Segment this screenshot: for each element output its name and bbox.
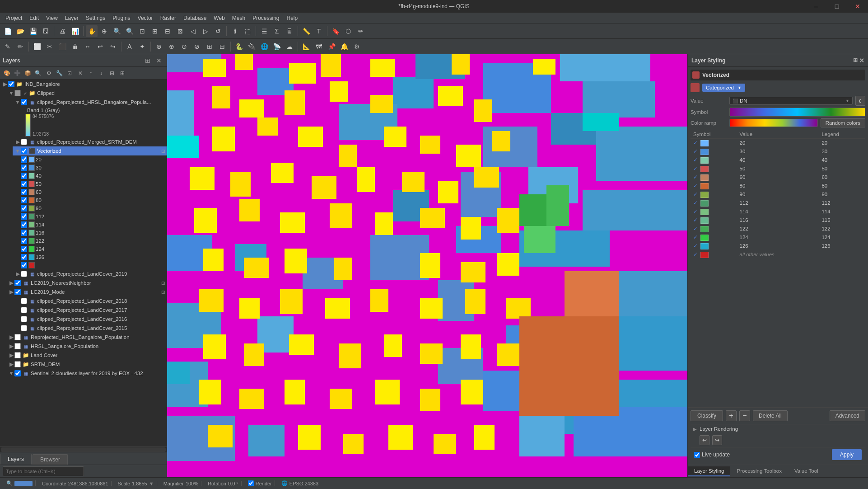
legend-table-row[interactable]: ✓ 30 30 — [691, 147, 865, 156]
collapse-all-button[interactable]: ⊟ — [107, 68, 117, 78]
qgis-btn3[interactable]: 📌 — [326, 41, 337, 52]
new-spatial-bookmark-button[interactable]: 🔖 — [330, 25, 341, 37]
menu-layer[interactable]: Layer — [61, 14, 82, 22]
rpanel-tab-value-tool[interactable]: Value Tool — [788, 466, 825, 476]
open-attribute-table-button[interactable]: ☰ — [258, 25, 270, 37]
layer-filter-button[interactable]: 🔧 — [54, 68, 64, 78]
menu-help[interactable]: Help — [283, 14, 302, 22]
add-vector-layer-button[interactable]: 📦 — [23, 68, 33, 78]
live-update-label[interactable]: Live update — [694, 451, 730, 458]
legend-table-row[interactable]: ✓ 112 112 — [691, 199, 865, 207]
plugin-btn4[interactable]: ☁ — [284, 41, 295, 52]
add-raster-layer-button[interactable]: ➕ — [12, 68, 22, 78]
digitize-btn5[interactable]: ↔ — [82, 41, 93, 52]
show-bookmarks-button[interactable]: ⬡ — [342, 25, 354, 37]
layer-hrsl-bng[interactable]: ▶ ▦ HRSL_Bangalore_Population — [6, 342, 167, 351]
apply-button[interactable]: Apply — [832, 449, 862, 460]
legend-table-row[interactable]: ✓ 90 90 — [691, 190, 865, 199]
legend-checkbox[interactable] — [21, 173, 27, 179]
legend-checkbox[interactable] — [21, 189, 27, 195]
menu-mesh[interactable]: Mesh — [229, 14, 249, 22]
advance-btn3[interactable]: ⊙ — [178, 41, 190, 52]
plugin-btn1[interactable]: 🔌 — [246, 41, 257, 52]
calculator-button[interactable]: 🖩 — [284, 25, 295, 37]
zoom-out-button[interactable]: 🔍 — [124, 25, 135, 37]
layer-vectorized[interactable]: ▼ ⬛ Vectorized ⊡ — [13, 146, 167, 155]
open-project-button[interactable]: 📂 — [14, 25, 26, 37]
legend-table-row[interactable]: ✓ all other values — [691, 250, 865, 259]
zoom-to-layer-button[interactable]: ⊡ — [65, 68, 75, 78]
legend-checkbox[interactable] — [21, 230, 27, 236]
move-layer-down-button[interactable]: ↓ — [96, 68, 106, 78]
menu-raster[interactable]: Raster — [157, 14, 180, 22]
layer-srtm-dem[interactable]: ▶ 📁 SRTM_DEM — [6, 360, 167, 369]
rpanel-tab-processing-toolbox[interactable]: Processing Toolbox — [730, 466, 788, 476]
zoom-in-button[interactable]: 🔍 — [111, 25, 123, 37]
legend-item-other[interactable] — [19, 261, 167, 269]
move-layer-up-button[interactable]: ↑ — [86, 68, 96, 78]
legend-item-20[interactable]: 20 — [19, 155, 167, 164]
legend-table-row[interactable]: ✓ 116 116 — [691, 216, 865, 225]
python-btn[interactable]: 🐍 — [233, 41, 245, 52]
layer-checkbox[interactable] — [21, 99, 27, 105]
menu-web[interactable]: Web — [210, 14, 228, 22]
legend-item-116[interactable]: 116 — [19, 229, 167, 237]
select-features-button[interactable]: ⬚ — [242, 25, 253, 37]
symbol-preview[interactable] — [729, 108, 865, 117]
menu-project[interactable]: Project — [2, 14, 26, 22]
digitize-btn1[interactable]: ⬜ — [31, 41, 43, 52]
print-layout-button[interactable]: 🖨 — [56, 25, 68, 37]
menu-edit[interactable]: Edit — [26, 14, 42, 22]
legend-table-row[interactable]: ✓ 114 114 — [691, 207, 865, 216]
legend-checkbox[interactable] — [21, 213, 27, 220]
layer-lc2016[interactable]: ▦ clipped_Reprojected_LandCover_2016 — [13, 315, 167, 324]
layer-lc2019-mode[interactable]: ▶ ▦ LC2019_Mode ⊡ — [6, 287, 167, 296]
value-dropdown[interactable]: ⬛ DN ▼ — [729, 97, 853, 105]
menu-settings[interactable]: Settings — [82, 14, 109, 22]
layers-hscroll[interactable] — [0, 447, 167, 452]
layer-lc2019-nn[interactable]: ▶ ▦ LC2019_NearestNeighbor ⊡ — [6, 278, 167, 287]
plugin-btn2[interactable]: 🌐 — [258, 41, 270, 52]
advance-btn1[interactable]: ⊕ — [153, 41, 165, 52]
advance-btn6[interactable]: ⊟ — [216, 41, 228, 52]
draw-button[interactable]: ✏ — [355, 25, 367, 37]
zoom-selection-button[interactable]: ⊡ — [136, 25, 148, 37]
legend-checkbox[interactable] — [21, 221, 27, 228]
legend-table-row[interactable]: ✓ 40 40 — [691, 156, 865, 165]
layer-clipped[interactable]: ▼ ✓ 📁 Clipped — [6, 89, 167, 98]
layers-panel-options[interactable]: ⊞ — [143, 56, 153, 66]
advance-btn4[interactable]: ⊘ — [191, 41, 203, 52]
legend-table-row[interactable]: ✓ 50 50 — [691, 165, 865, 173]
layer-ind-bangalore[interactable]: ▶ 📁 IND_Bangalore — [0, 80, 167, 89]
save-as-button[interactable]: 🖫 — [40, 25, 51, 37]
advance-btn2[interactable]: ⊕ — [166, 41, 177, 52]
legend-item-50[interactable]: 50 — [19, 180, 167, 188]
toggle-editing-button[interactable]: ✏ — [14, 41, 26, 52]
legend-checkbox[interactable] — [21, 238, 27, 244]
layer-clipped-hrsl[interactable]: ▼ ▦ clipped_Reprojected_HRSL_Bangalore_P… — [13, 98, 167, 107]
delete-all-button[interactable]: Delete All — [753, 410, 788, 421]
legend-checkbox[interactable] — [21, 165, 27, 171]
statistics-button[interactable]: Σ — [271, 25, 283, 37]
add-class-button[interactable]: + — [726, 410, 737, 421]
layer-menu-button2[interactable]: ⊡ — [161, 281, 165, 286]
new-project-button[interactable]: 📄 — [2, 25, 14, 37]
value-options-button[interactable]: ε — [855, 96, 865, 106]
scale-dropdown[interactable]: ▼ — [149, 481, 154, 486]
layer-checkbox[interactable] — [21, 307, 27, 313]
zoom-native-button[interactable]: ⊠ — [174, 25, 186, 37]
layer-hrsl-pop[interactable]: ▶ ▦ Reprojected_HRSL_Bangalore_Populatio… — [6, 333, 167, 342]
legend-item-30[interactable]: 30 — [19, 164, 167, 172]
layer-lc2019[interactable]: ▶ ▦ clipped_Reprojected_LandCover_2019 — [13, 269, 167, 278]
open-layer-properties-button[interactable]: ⚙ — [44, 68, 54, 78]
layer-checkbox[interactable] — [14, 280, 21, 286]
layer-checkbox[interactable] — [21, 139, 27, 145]
live-update-checkbox[interactable] — [694, 452, 700, 458]
digitize-btn2[interactable]: ✂ — [44, 41, 56, 52]
locate-input[interactable] — [3, 466, 84, 476]
layers-panel-close[interactable]: ✕ — [154, 56, 164, 66]
remove-layer-button[interactable]: ✕ — [75, 68, 85, 78]
maximize-button[interactable]: □ — [826, 0, 847, 13]
layer-checkbox[interactable] — [21, 316, 27, 322]
refresh-button[interactable]: ↺ — [212, 25, 224, 37]
